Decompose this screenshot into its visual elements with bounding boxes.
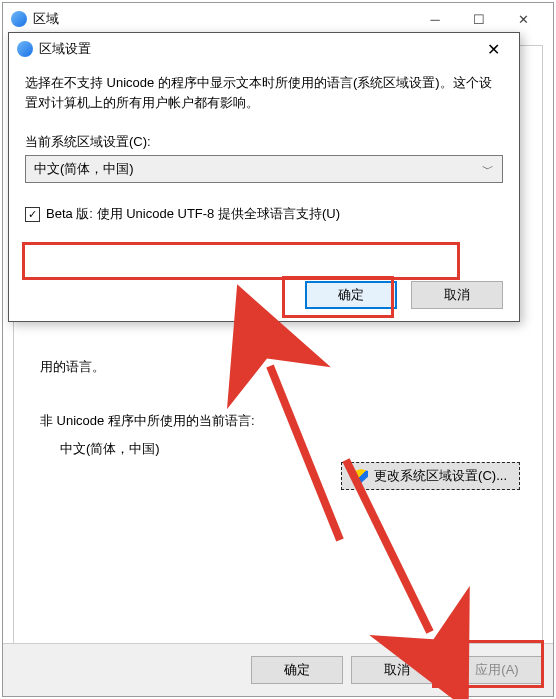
window-controls: ─ ☐ ✕ bbox=[413, 3, 545, 35]
region-settings-title: 区域设置 bbox=[39, 40, 475, 58]
non-unicode-value: 中文(简体，中国) bbox=[60, 440, 530, 458]
globe-icon bbox=[17, 41, 33, 57]
change-locale-button[interactable]: 更改系统区域设置(C)... bbox=[341, 462, 520, 490]
region-settings-desc: 选择在不支持 Unicode 的程序中显示文本时所使用的语言(系统区域设置)。这… bbox=[25, 73, 503, 113]
globe-icon bbox=[11, 11, 27, 27]
utf8-checkbox[interactable]: ✓ Beta 版: 使用 Unicode UTF-8 提供全球语言支持(U) bbox=[25, 205, 503, 223]
region-cancel-button[interactable]: 取消 bbox=[351, 656, 443, 684]
settings-ok-button[interactable]: 确定 bbox=[305, 281, 397, 309]
non-unicode-heading: 非 Unicode 程序中所使用的当前语言: bbox=[40, 412, 530, 430]
region-settings-titlebar: 区域设置 ✕ bbox=[9, 33, 519, 65]
region-settings-dialog: 区域设置 ✕ 选择在不支持 Unicode 的程序中显示文本时所使用的语言(系统… bbox=[8, 32, 520, 322]
change-locale-label: 更改系统区域设置(C)... bbox=[374, 467, 507, 485]
close-icon[interactable]: ✕ bbox=[475, 33, 511, 65]
utf8-checkbox-label: Beta 版: 使用 Unicode UTF-8 提供全球语言支持(U) bbox=[46, 205, 340, 223]
region-settings-body: 选择在不支持 Unicode 的程序中显示文本时所使用的语言(系统区域设置)。这… bbox=[9, 65, 519, 321]
region-ok-button[interactable]: 确定 bbox=[251, 656, 343, 684]
maximize-icon[interactable]: ☐ bbox=[457, 3, 501, 35]
region-settings-button-row: 确定 取消 bbox=[305, 281, 503, 309]
inner-window-controls: ✕ bbox=[475, 33, 511, 65]
region-titlebar: 区域 ─ ☐ ✕ bbox=[3, 3, 553, 35]
checkbox-icon: ✓ bbox=[25, 207, 40, 222]
minimize-icon[interactable]: ─ bbox=[413, 3, 457, 35]
region-apply-button[interactable]: 应用(A) bbox=[451, 656, 543, 684]
current-locale-combobox[interactable]: 中文(简体，中国) ﹀ bbox=[25, 155, 503, 183]
lang-fragment: 用的语言。 bbox=[40, 358, 530, 376]
region-button-bar: 确定 取消 应用(A) bbox=[3, 643, 553, 696]
current-locale-value: 中文(简体，中国) bbox=[34, 160, 134, 178]
shield-icon bbox=[354, 469, 368, 483]
close-icon[interactable]: ✕ bbox=[501, 3, 545, 35]
chevron-down-icon: ﹀ bbox=[482, 161, 494, 178]
current-locale-label: 当前系统区域设置(C): bbox=[25, 133, 503, 151]
settings-cancel-button[interactable]: 取消 bbox=[411, 281, 503, 309]
region-title: 区域 bbox=[33, 10, 413, 28]
